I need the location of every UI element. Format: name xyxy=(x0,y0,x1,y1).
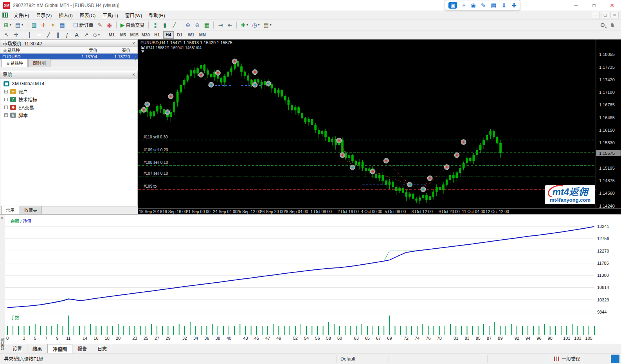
chart-shift-button[interactable]: ⇤ xyxy=(225,21,234,29)
navigator-button[interactable]: ✦ xyxy=(48,21,58,29)
status-profile[interactable]: Default xyxy=(336,355,389,363)
search-icon[interactable] xyxy=(601,23,605,27)
maximize-button[interactable]: □ xyxy=(585,0,603,11)
tray-icon[interactable] xyxy=(611,355,619,363)
trade-marker[interactable] xyxy=(232,59,237,64)
trade-marker[interactable] xyxy=(266,81,271,86)
mdi-restore-button[interactable]: ▢ xyxy=(601,12,609,18)
navigator-tab[interactable]: 常用 xyxy=(1,206,19,214)
auto-scroll-button[interactable]: ⇥ xyxy=(216,21,225,29)
nav-item-experts[interactable]: +◆EA交易 xyxy=(0,103,137,111)
close-icon[interactable]: × xyxy=(1,216,3,221)
minimize-button[interactable]: ─ xyxy=(567,0,585,11)
timeframe-w1[interactable]: W1 xyxy=(186,31,196,39)
scroll-down-icon[interactable]: ▼ xyxy=(134,58,137,61)
zoom-in-button[interactable]: ⊕ xyxy=(183,21,193,29)
column-header-2[interactable]: 买价 xyxy=(101,47,133,53)
tester-tab[interactable]: 设置 xyxy=(7,344,27,353)
autotrading-button[interactable]: ▶自动交易 xyxy=(119,21,147,29)
menu-help[interactable]: 帮助(H) xyxy=(146,11,169,20)
tester-tab[interactable]: 报告 xyxy=(72,344,92,353)
candles-chart-button[interactable]: ▮ xyxy=(160,21,169,29)
trade-marker[interactable] xyxy=(461,140,466,145)
trendline-button[interactable]: ╱ xyxy=(44,30,53,39)
menu-insert[interactable]: 插入(I) xyxy=(55,11,76,20)
trade-marker[interactable] xyxy=(427,176,432,181)
channel-button[interactable]: ∥ xyxy=(53,30,63,39)
frame-select-icon[interactable]: ⌖ xyxy=(462,2,465,8)
trade-marker[interactable] xyxy=(350,165,355,170)
mdi-close-button[interactable]: ✕ xyxy=(610,12,619,18)
menu-charts[interactable]: 图表(C) xyxy=(76,11,99,20)
timeframe-h1[interactable]: H1 xyxy=(152,31,162,39)
templates-button[interactable]: ▤▾ xyxy=(261,21,273,29)
trade-marker[interactable] xyxy=(383,158,389,163)
timeframe-d1[interactable]: D1 xyxy=(175,31,185,39)
community-button[interactable]: ◉ xyxy=(105,21,114,29)
zoom-out-button[interactable]: ⊖ xyxy=(193,21,202,29)
bars-chart-button[interactable]: ¦¦¦ xyxy=(151,21,160,29)
nav-item-scripts[interactable]: +§脚本 xyxy=(0,111,137,119)
expand-icon[interactable]: + xyxy=(4,113,8,117)
resize-arrows-icon[interactable]: ⇕ xyxy=(502,2,507,8)
vline-button[interactable]: │ xyxy=(25,30,34,39)
trade-marker[interactable] xyxy=(337,138,342,143)
data-window-button[interactable]: ✛ xyxy=(39,21,48,29)
menu-window[interactable]: 窗口(W) xyxy=(122,11,146,20)
trade-marker[interactable] xyxy=(145,102,150,107)
new-chart-button[interactable]: ⊞▾ xyxy=(2,21,13,29)
close-icon[interactable]: × xyxy=(132,72,135,77)
hline-button[interactable]: ─ xyxy=(34,30,44,39)
close-icon[interactable]: × xyxy=(132,41,135,46)
fibonacci-button[interactable]: ƒ xyxy=(63,30,72,39)
trade-marker[interactable] xyxy=(421,187,426,192)
trade-marker[interactable] xyxy=(198,72,203,77)
trade-marker[interactable] xyxy=(340,152,345,158)
indicators-button[interactable]: ✚▾ xyxy=(239,21,250,29)
trade-marker[interactable] xyxy=(454,152,459,158)
nav-item-indicators[interactable]: +ƒ技术指标 xyxy=(0,95,137,103)
terminal-button[interactable]: ▦ xyxy=(58,21,67,29)
trade-marker[interactable] xyxy=(252,70,257,75)
arrows-button[interactable]: ↗ xyxy=(81,30,91,39)
expand-icon[interactable]: + xyxy=(4,90,8,93)
periods-button[interactable]: ◷▾ xyxy=(250,21,261,29)
trade-marker[interactable] xyxy=(209,82,214,87)
trade-marker[interactable] xyxy=(165,109,170,115)
cursor-button[interactable]: ↖ xyxy=(2,30,11,39)
timeframe-m1[interactable]: M1 xyxy=(106,31,117,39)
note-icon[interactable]: ▤ xyxy=(491,2,496,8)
tile-windows-button[interactable]: ▦ xyxy=(202,21,211,29)
column-header-0[interactable]: 交易品种 xyxy=(0,47,60,53)
tester-tab[interactable]: 日志 xyxy=(92,344,112,353)
status-connection[interactable]: 一般错误 xyxy=(550,355,608,363)
timeframe-m30[interactable]: M30 xyxy=(140,31,151,39)
crosshair-button[interactable]: ✛ xyxy=(11,30,21,39)
menu-tools[interactable]: 工具(T) xyxy=(99,11,121,20)
mdi-minimize-button[interactable]: ─ xyxy=(592,12,600,18)
timeframe-mn[interactable]: MN xyxy=(197,31,208,39)
trade-marker[interactable] xyxy=(370,169,375,174)
pen-icon[interactable]: ✎ xyxy=(481,2,486,8)
screen-capture-icon[interactable]: ▣ xyxy=(448,2,457,9)
color-picker-icon[interactable]: ◉ xyxy=(471,2,476,8)
line-chart-button[interactable]: ╱ xyxy=(169,21,179,29)
new-order-button[interactable]: ❏新订单 xyxy=(71,21,95,29)
scroll-up-icon[interactable]: ▲ xyxy=(134,55,137,58)
tester-tab[interactable]: 结果 xyxy=(27,344,47,353)
trade-marker[interactable] xyxy=(168,94,173,99)
trade-marker[interactable] xyxy=(444,165,449,170)
navigator-tab[interactable]: 收藏夹 xyxy=(20,206,42,214)
market-watch-button[interactable]: ▥ xyxy=(29,21,39,29)
trade-marker[interactable] xyxy=(215,70,220,75)
trade-marker[interactable] xyxy=(252,82,257,87)
timeframe-m5[interactable]: M5 xyxy=(118,31,128,39)
mql-community-icon[interactable]: ♞ xyxy=(610,22,615,29)
expand-icon[interactable]: + xyxy=(4,98,8,101)
shapes-button[interactable]: ◇▾ xyxy=(91,30,102,39)
text-button[interactable]: A xyxy=(72,30,81,39)
chart-area[interactable]: #110 sell 0.30#109 sell 0.20#108 sell 0.… xyxy=(138,39,621,214)
tools-icon[interactable]: ✚ xyxy=(511,2,517,8)
market-watch-tab[interactable]: 即时图 xyxy=(28,59,50,67)
nav-item-accounts[interactable]: +¤账户 xyxy=(0,88,137,95)
